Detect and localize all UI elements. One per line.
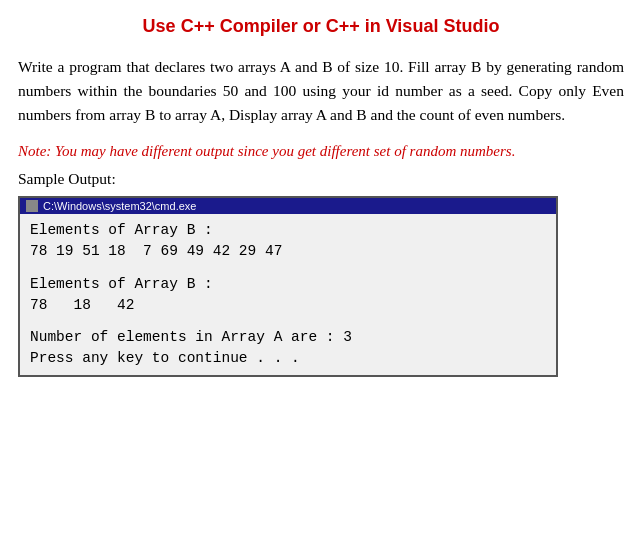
cmd-icon <box>26 200 38 212</box>
sample-output-label: Sample Output: <box>18 170 624 188</box>
cmd-line-5: Number of elements in Array A are : 3 <box>30 327 546 348</box>
page-title: Use C++ Compiler or C++ in Visual Studio <box>18 16 624 37</box>
cmd-body: Elements of Array B : 78 19 51 18 7 69 4… <box>20 214 556 375</box>
description-text: Write a program that declares two arrays… <box>18 55 624 127</box>
cmd-line-4: 78 18 42 <box>30 295 546 316</box>
cmd-blank-2 <box>30 316 546 328</box>
cmd-line-3: Elements of Array B : <box>30 274 546 295</box>
cmd-titlebar: C:\Windows\system32\cmd.exe <box>20 198 556 214</box>
cmd-line-6: Press any key to continue . . . <box>30 348 546 369</box>
cmd-blank-1 <box>30 262 546 274</box>
cmd-title-text: C:\Windows\system32\cmd.exe <box>43 200 196 212</box>
cmd-window: C:\Windows\system32\cmd.exe Elements of … <box>18 196 558 377</box>
cmd-line-1: Elements of Array B : <box>30 220 546 241</box>
note-text: Note: You may have different output sinc… <box>18 143 624 160</box>
cmd-line-2: 78 19 51 18 7 69 49 42 29 47 <box>30 241 546 262</box>
